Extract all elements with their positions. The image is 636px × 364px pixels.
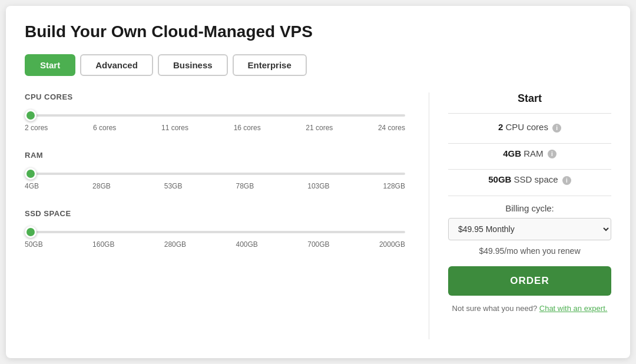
ssd-spec: 50GB SSD space i — [448, 174, 611, 185]
ram-tick-4: 103GB — [307, 182, 329, 190]
order-button[interactable]: ORDER — [448, 266, 611, 296]
ram-slider[interactable] — [25, 173, 405, 175]
ssd-section: SSD SPACE 50GB 160GB 280GB 400GB 700GB 2… — [25, 209, 405, 249]
cpu-spec: 2 CPU cores i — [448, 122, 611, 133]
chat-link[interactable]: Chat with an expert. — [539, 304, 608, 313]
ram-tick-0: 4GB — [25, 182, 39, 190]
page-title: Build Your Own Cloud-Managed VPS — [25, 22, 611, 41]
renew-text: $49.95/mo when you renew — [448, 246, 611, 256]
ssd-tick-5: 2000GB — [379, 240, 405, 249]
ram-info-icon[interactable]: i — [548, 150, 556, 158]
cpu-slider[interactable] — [25, 114, 405, 117]
cpu-label: CPU CORES — [25, 92, 405, 101]
ssd-slider-container — [25, 225, 405, 236]
right-panel: Start 2 CPU cores i 4GB RAM i 50GB SSD s… — [429, 92, 611, 339]
ssd-info-icon[interactable]: i — [562, 176, 571, 185]
ram-spec-label: RAM — [524, 148, 543, 158]
cpu-tick-2: 11 cores — [161, 124, 188, 132]
divider-3 — [448, 196, 611, 196]
cpu-ticks: 2 cores 6 cores 11 cores 16 cores 21 cor… — [25, 124, 405, 132]
help-text: Not sure what you need? Chat with an exp… — [448, 304, 611, 313]
ram-tick-1: 28GB — [92, 182, 111, 190]
ram-section: RAM 4GB 28GB 53GB 78GB 103GB 128GB — [25, 151, 405, 190]
cpu-info-icon[interactable]: i — [552, 124, 561, 133]
tab-business[interactable]: Business — [158, 54, 228, 76]
left-panel: CPU CORES 2 cores 6 cores 11 cores 16 co… — [25, 92, 429, 339]
ssd-spec-label: SSD space — [514, 174, 558, 184]
ssd-tick-4: 700GB — [307, 240, 329, 249]
main-card: Build Your Own Cloud-Managed VPS Start A… — [6, 6, 630, 358]
cpu-tick-4: 21 cores — [306, 124, 333, 132]
help-text-static: Not sure what you need? — [452, 304, 538, 313]
cpu-tick-1: 6 cores — [93, 124, 116, 132]
ram-spec-value: 4GB — [503, 148, 521, 158]
ssd-tick-3: 400GB — [236, 240, 257, 249]
ssd-tick-2: 280GB — [164, 240, 186, 249]
ssd-spec-value: 50GB — [488, 174, 511, 184]
cpu-spec-label: CPU cores — [505, 122, 548, 132]
tab-advanced[interactable]: Advanced — [80, 54, 153, 76]
ram-label: RAM — [25, 151, 405, 160]
cpu-tick-5: 24 cores — [378, 124, 405, 132]
tab-enterprise[interactable]: Enterprise — [233, 54, 307, 76]
billing-label: Billing cycle: — [448, 203, 611, 213]
ssd-tick-1: 160GB — [92, 240, 114, 249]
main-content: CPU CORES 2 cores 6 cores 11 cores 16 co… — [25, 92, 611, 339]
ssd-slider[interactable] — [25, 231, 405, 233]
cpu-slider-container — [25, 108, 405, 119]
cpu-tick-3: 16 cores — [234, 124, 261, 132]
ram-tick-2: 53GB — [164, 182, 183, 190]
ssd-ticks: 50GB 160GB 280GB 400GB 700GB 2000GB — [25, 240, 405, 249]
ram-tick-3: 78GB — [236, 182, 254, 190]
cpu-tick-0: 2 cores — [25, 124, 48, 132]
ram-spec: 4GB RAM i — [448, 148, 611, 159]
ram-slider-container — [25, 167, 405, 177]
ssd-tick-0: 50GB — [25, 240, 43, 249]
cpu-section: CPU CORES 2 cores 6 cores 11 cores 16 co… — [25, 92, 405, 132]
ssd-label: SSD SPACE — [25, 209, 405, 218]
divider-2 — [448, 169, 611, 170]
tab-bar: Start Advanced Business Enterprise — [25, 54, 611, 76]
ram-ticks: 4GB 28GB 53GB 78GB 103GB 128GB — [25, 182, 405, 190]
billing-select[interactable]: $49.95 Monthly $549.95 Monthly $499.95 A… — [448, 218, 611, 240]
summary-title: Start — [448, 92, 611, 114]
tab-start[interactable]: Start — [25, 54, 75, 76]
divider-1 — [448, 143, 611, 144]
ram-tick-5: 128GB — [383, 182, 405, 190]
cpu-spec-value: 2 — [498, 122, 503, 132]
